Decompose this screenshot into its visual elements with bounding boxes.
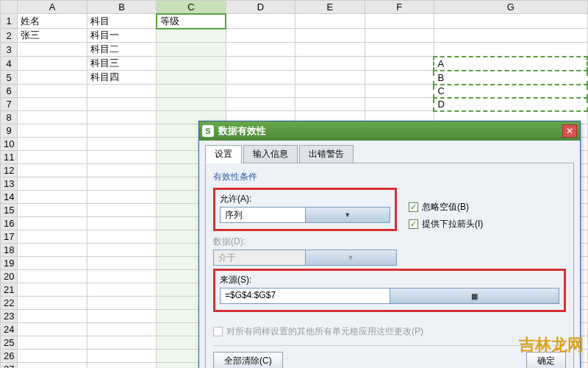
cell-F7[interactable] — [365, 98, 434, 111]
row-header[interactable]: 23 — [1, 310, 18, 323]
row-header[interactable]: 1 — [1, 14, 18, 29]
row-header[interactable]: 8 — [1, 111, 18, 124]
cell-A14[interactable] — [18, 191, 87, 204]
row-header[interactable]: 10 — [1, 138, 18, 151]
row-header[interactable]: 24 — [1, 323, 18, 336]
cell-B11[interactable] — [87, 151, 156, 164]
row-header[interactable]: 21 — [1, 283, 18, 297]
row-header[interactable]: 12 — [1, 164, 18, 177]
row-header[interactable]: 2 — [1, 29, 18, 43]
cell-B23[interactable] — [87, 310, 156, 323]
cell-F2[interactable] — [365, 29, 434, 43]
cell-F3[interactable] — [365, 43, 434, 57]
cell-B21[interactable] — [87, 283, 156, 297]
cell-A19[interactable] — [18, 257, 87, 270]
range-picker-icon[interactable]: ▦ — [390, 289, 559, 303]
show-dropdown-checkbox[interactable]: ✓ 提供下拉箭头(I) — [409, 218, 566, 230]
row-header[interactable]: 26 — [1, 350, 18, 363]
col-header-E[interactable]: E — [295, 1, 365, 14]
cell-B6[interactable] — [87, 85, 156, 98]
cell-B27[interactable] — [87, 363, 156, 369]
cell-B7[interactable] — [87, 98, 156, 111]
cell-G4[interactable]: A — [434, 57, 587, 71]
row-header[interactable]: 7 — [1, 98, 18, 111]
row-header[interactable]: 20 — [1, 270, 18, 283]
cell-C2[interactable] — [157, 29, 226, 43]
cell-B4[interactable]: 科目三 — [87, 57, 156, 71]
cell-A22[interactable] — [18, 297, 87, 310]
clear-all-button[interactable]: 全部清除(C) — [213, 352, 283, 368]
cell-E7[interactable] — [295, 98, 365, 111]
cell-C5[interactable] — [157, 71, 226, 85]
cell-B19[interactable] — [87, 257, 156, 270]
source-input[interactable]: =$G$4:$G$7 ▦ — [220, 288, 559, 304]
cell-E3[interactable] — [295, 43, 365, 57]
cell-B1[interactable]: 科目 — [87, 14, 156, 29]
cell-C6[interactable] — [157, 85, 226, 98]
cell-B5[interactable]: 科目四 — [87, 71, 156, 85]
col-header-F[interactable]: F — [365, 1, 434, 14]
cell-A1[interactable]: 姓名 — [18, 14, 87, 29]
cell-A23[interactable] — [18, 310, 87, 323]
cell-A16[interactable] — [18, 217, 87, 230]
cell-E2[interactable] — [295, 29, 365, 43]
ignore-blank-checkbox[interactable]: ✓ 忽略空值(B) — [409, 201, 566, 213]
cell-E6[interactable] — [295, 85, 365, 98]
close-button[interactable]: ✕ — [562, 124, 577, 138]
cell-D2[interactable] — [226, 29, 295, 43]
cell-A21[interactable] — [18, 283, 87, 297]
cell-C4[interactable] — [157, 57, 226, 71]
cell-G7[interactable]: D — [434, 98, 587, 111]
cell-A24[interactable] — [18, 323, 87, 336]
cell-A5[interactable] — [18, 71, 87, 85]
cell-A3[interactable] — [18, 43, 87, 57]
cell-E4[interactable] — [295, 57, 365, 71]
tab-error-alert[interactable]: 出错警告 — [299, 145, 354, 163]
cell-A25[interactable] — [18, 336, 87, 350]
cell-B8[interactable] — [87, 111, 156, 124]
col-header-C[interactable]: C — [157, 1, 226, 14]
cell-A7[interactable] — [18, 98, 87, 111]
cell-B10[interactable] — [87, 138, 156, 151]
cell-A27[interactable] — [18, 363, 87, 369]
row-header[interactable]: 17 — [1, 230, 18, 244]
cell-A8[interactable] — [18, 111, 87, 124]
cell-A17[interactable] — [18, 230, 87, 244]
cell-A10[interactable] — [18, 138, 87, 151]
row-header[interactable]: 27 — [1, 363, 18, 369]
cell-F1[interactable] — [365, 14, 434, 29]
cell-A20[interactable] — [18, 270, 87, 283]
tab-settings[interactable]: 设置 — [205, 145, 242, 163]
row-header[interactable]: 9 — [1, 124, 18, 138]
corner-cell[interactable] — [1, 1, 18, 14]
cell-B2[interactable]: 科目一 — [87, 29, 156, 43]
cell-A13[interactable] — [18, 177, 87, 191]
cell-A6[interactable] — [18, 85, 87, 98]
row-header[interactable]: 19 — [1, 257, 18, 270]
cell-B15[interactable] — [87, 204, 156, 217]
row-header[interactable]: 3 — [1, 43, 18, 57]
cell-B22[interactable] — [87, 297, 156, 310]
row-header[interactable]: 18 — [1, 244, 18, 257]
cell-D3[interactable] — [226, 43, 295, 57]
cell-G5[interactable]: B — [434, 71, 587, 85]
cell-B25[interactable] — [87, 336, 156, 350]
cell-D5[interactable] — [226, 71, 295, 85]
cell-B17[interactable] — [87, 230, 156, 244]
cell-E1[interactable] — [295, 14, 365, 29]
cell-A4[interactable] — [18, 57, 87, 71]
cell-F6[interactable] — [365, 85, 434, 98]
cell-A9[interactable] — [18, 124, 87, 138]
cell-A12[interactable] — [18, 164, 87, 177]
col-header-G[interactable]: G — [434, 1, 587, 14]
cell-B26[interactable] — [87, 350, 156, 363]
cell-B12[interactable] — [87, 164, 156, 177]
cell-B18[interactable] — [87, 244, 156, 257]
cell-G2[interactable] — [434, 29, 587, 43]
cell-F4[interactable] — [365, 57, 434, 71]
cell-D7[interactable] — [226, 98, 295, 111]
cell-B3[interactable]: 科目二 — [87, 43, 156, 57]
cell-B20[interactable] — [87, 270, 156, 283]
col-header-D[interactable]: D — [226, 1, 295, 14]
row-header[interactable]: 11 — [1, 151, 18, 164]
